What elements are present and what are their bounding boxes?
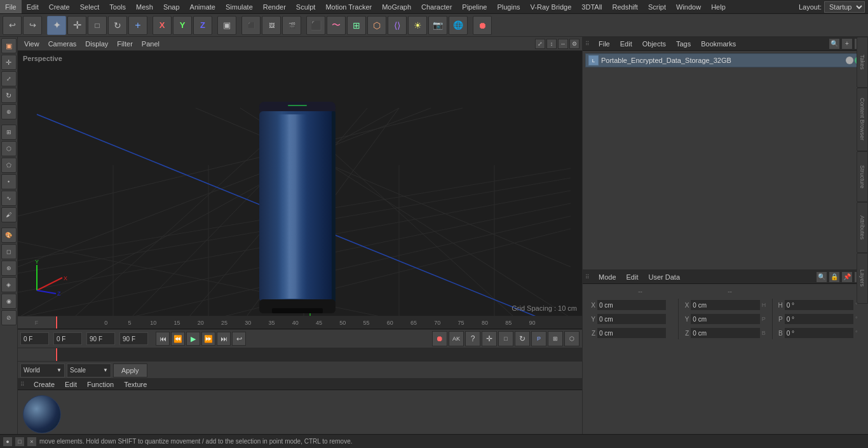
x-size-input[interactable]: 0 cm [690,299,760,311]
mat-menu-edit[interactable]: Edit [61,379,81,390]
tab-takes[interactable]: Takes [857,37,868,88]
render-picture-button[interactable]: 🖼 [262,16,281,35]
p-rot-input[interactable]: 0 ° [784,313,854,325]
y-size-input[interactable]: 0 cm [690,313,760,325]
vp-maximize-button[interactable]: ⤢ [535,39,545,49]
record-key-button[interactable]: ⏺ [432,331,447,346]
sculpt-button[interactable]: ∿ [1,191,17,206]
select-tool-button[interactable]: ✦ [47,16,66,35]
menu-item-tools[interactable]: Tools [104,0,131,13]
tab-content-browser[interactable]: Content Browser [857,88,868,151]
attr-lock-button[interactable]: 🔒 [829,271,840,283]
tool11-button[interactable]: ◉ [1,294,17,309]
rotate-tool-button[interactable]: ↻ [108,16,127,35]
om-menu-tags[interactable]: Tags [672,37,695,50]
move-tool2-button[interactable]: ✛ [482,331,497,346]
object-3d[interactable] [253,98,355,316]
b-rot-input[interactable]: 0 ° [784,327,854,339]
h-rot-input[interactable]: 0 ° [784,299,854,311]
loop-button[interactable]: ↩ [232,332,246,346]
auto-key-button[interactable]: AK [449,331,464,346]
attr-pin-button[interactable]: 📌 [841,271,853,283]
menu-item-file[interactable]: File [0,0,22,13]
point-button[interactable]: • [1,174,17,189]
menu-item-character[interactable]: Character [416,0,457,13]
vp-split-v-button[interactable]: ↔ [558,39,568,49]
scene-button[interactable]: 🌐 [449,16,468,35]
attr-menu-userdata[interactable]: User Data [645,270,684,283]
mat-menu-function[interactable]: Function [83,379,118,390]
menu-item-mograph[interactable]: MoGraph [377,0,416,13]
render-region-button[interactable]: ⬛ [241,16,261,35]
brush-button[interactable]: 🖌 [1,207,17,222]
eraser-button[interactable]: ◻ [1,244,17,259]
object-item[interactable]: L Portable_Encrypted_Data_Storage_32GB [585,53,865,67]
rotate-button[interactable]: ↻ [1,88,17,103]
om-menu-objects[interactable]: Objects [639,37,670,50]
goto-start-button[interactable]: ⏮ [156,332,170,346]
menu-item-plugins[interactable]: Plugins [492,0,525,13]
menu-item-snap[interactable]: Snap [158,0,185,13]
scale-tool-button[interactable]: □ [88,16,107,35]
y-pos-input[interactable]: 0 cm [597,313,667,325]
menu-item-edit[interactable]: Edit [22,0,44,13]
om-menu-bookmarks[interactable]: Bookmarks [697,37,740,50]
menu-item-motion-tracker[interactable]: Motion Tracker [320,0,377,13]
select-mode-button[interactable]: ▣ [1,38,17,53]
status-icon-2[interactable]: □ [15,437,25,447]
menu-item-pipeline[interactable]: Pipeline [457,0,492,13]
menu-item-sculpt[interactable]: Sculpt [291,0,321,13]
menu-item-simulate[interactable]: Simulate [220,0,258,13]
vp-menu-display[interactable]: Display [81,40,112,48]
scale-tool2-button[interactable]: □ [498,331,513,346]
render-animation-button[interactable]: 🎬 [282,16,301,35]
menu-item-animate[interactable]: Animate [185,0,220,13]
move-button[interactable]: ✛ [1,55,17,70]
om-search-button[interactable]: 🔍 [829,38,840,50]
menu-item-select[interactable]: Select [75,0,105,13]
step-forward-button[interactable]: ⏩ [201,332,215,346]
menu-item-3dtall[interactable]: 3DTAll [576,0,607,13]
z-size-input[interactable]: 0 cm [690,327,760,339]
tab-structure[interactable]: Structure [857,151,868,202]
deformer-button[interactable]: ⟨⟩ [388,16,407,35]
snap-key-button[interactable]: ⬡ [564,331,580,346]
attr-menu-edit[interactable]: Edit [623,270,642,283]
menu-item-v-ray-bridge[interactable]: V-Ray Bridge [526,0,577,13]
apply-button[interactable]: Apply [113,363,147,377]
nurbs-button[interactable]: ⊞ [347,16,366,35]
scale-button[interactable]: ⤢ [1,71,17,86]
material-sphere[interactable] [23,395,61,433]
camera-button[interactable]: 📷 [428,16,447,35]
x-axis-button[interactable]: X [153,16,172,35]
vp-split-h-button[interactable]: ↕ [546,39,557,49]
tool9-button[interactable]: ⊛ [1,261,17,276]
mograph-button[interactable]: ⬡ [367,16,386,35]
vp-settings-button[interactable]: ⚙ [569,39,580,49]
mat-menu-create[interactable]: Create [30,379,58,390]
move-tool-button[interactable]: ✛ [67,16,86,35]
record-button[interactable]: ⏺ [473,16,492,35]
z-pos-input[interactable]: 0 cm [597,327,667,339]
current-frame-input[interactable]: 0 F [53,332,82,345]
viewport-3d[interactable]: Perspective Grid Spacing : 10 cm X Y Z [18,51,582,316]
om-menu-file[interactable]: File [595,37,614,50]
step-back-button[interactable]: ⏪ [171,332,185,346]
goto-end-button[interactable]: ⏭ [217,332,231,346]
tab-layers[interactable]: Layers [857,253,868,304]
menu-item-help[interactable]: Help [706,0,731,13]
light-button[interactable]: ☀ [408,16,427,35]
polygon-button[interactable]: ⬡ [1,141,17,156]
edge-button[interactable]: ⬠ [1,158,17,173]
menu-item-mesh[interactable]: Mesh [131,0,158,13]
vp-menu-filter[interactable]: Filter [113,40,136,48]
play-button[interactable]: ▶ [186,332,200,346]
x-pos-input[interactable]: 0 cm [597,299,667,311]
layout-dropdown[interactable]: Startup [824,1,865,13]
vis-dot-1[interactable] [846,57,853,64]
om-menu-edit[interactable]: Edit [616,37,636,50]
paint-button[interactable]: 🎨 [1,227,17,243]
tab-attributes[interactable]: Attributes [857,202,868,253]
pin-button[interactable]: P [531,331,546,346]
menu-item-render[interactable]: Render [258,0,291,13]
